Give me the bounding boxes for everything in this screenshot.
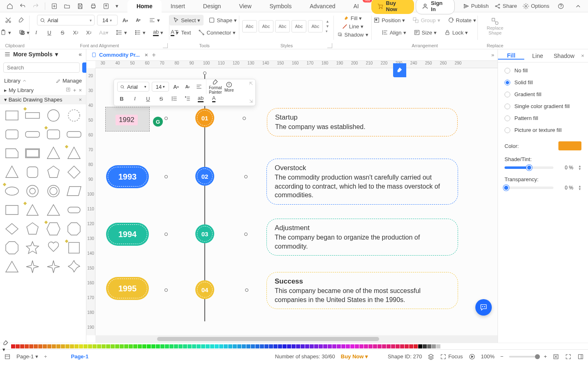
color-swatch-item[interactable] xyxy=(165,344,169,348)
style-expand[interactable]: ▾ xyxy=(326,29,329,33)
doc-tab-close-icon[interactable]: × xyxy=(145,52,148,58)
manage-button[interactable]: Manage xyxy=(56,78,82,84)
color-swatch-item[interactable] xyxy=(391,344,395,348)
style-card-5[interactable]: Abc xyxy=(308,20,323,32)
expand-right-icon[interactable]: » xyxy=(491,52,494,58)
color-strip[interactable]: ▾ xyxy=(0,343,588,349)
shape-item[interactable] xyxy=(44,182,63,200)
color-swatch-item[interactable] xyxy=(106,344,110,348)
new-doc-tab-icon[interactable]: + xyxy=(152,51,156,59)
mini-format-painter[interactable]: Format Painter xyxy=(209,79,222,95)
line-spacing-icon[interactable]: ▾ xyxy=(113,27,130,38)
mini-bold-icon[interactable]: B xyxy=(117,94,126,103)
layers-icon[interactable] xyxy=(428,353,434,360)
undo-icon[interactable] xyxy=(17,1,29,11)
node-04[interactable]: 04 xyxy=(195,280,214,299)
color-swatch-item[interactable] xyxy=(273,344,278,348)
color-swatch-item[interactable] xyxy=(52,344,56,348)
tab-home[interactable]: Home xyxy=(127,0,162,12)
color-swatch-item[interactable] xyxy=(11,344,15,348)
color-swatch-item[interactable] xyxy=(233,344,237,348)
shrink-font-icon[interactable]: A▾ xyxy=(133,15,144,25)
year-1995[interactable]: 1995 xyxy=(106,277,149,300)
symbol-search-input[interactable] xyxy=(3,62,80,73)
size-button[interactable]: Size▾ xyxy=(411,27,439,38)
color-swatch-item[interactable] xyxy=(242,344,246,348)
mini-align-icon[interactable] xyxy=(194,82,204,91)
fullscreen-icon[interactable] xyxy=(565,353,572,360)
color-swatch-item[interactable] xyxy=(251,344,255,348)
shape-item[interactable] xyxy=(65,201,83,219)
underline-icon[interactable]: U xyxy=(44,27,55,38)
add-page-icon[interactable]: + xyxy=(44,353,47,360)
trans-dec[interactable]: ▼ xyxy=(578,188,581,191)
color-swatch-item[interactable] xyxy=(359,344,363,348)
shape-item[interactable] xyxy=(2,164,21,181)
shape-item[interactable] xyxy=(65,258,83,275)
color-swatch-item[interactable] xyxy=(269,344,273,348)
page-layout-icon[interactable] xyxy=(4,353,11,360)
paste-button[interactable]: ▾ xyxy=(0,27,14,38)
color-swatch-item[interactable] xyxy=(215,344,219,348)
tab-ai[interactable]: AIhot xyxy=(344,0,368,12)
color-swatch-item[interactable] xyxy=(282,344,287,348)
zoom-value[interactable]: 100% xyxy=(481,353,495,360)
rp-close-icon[interactable]: × xyxy=(577,53,588,59)
open-icon[interactable] xyxy=(62,1,73,11)
node-01[interactable]: 01 xyxy=(195,108,214,127)
doc-tab[interactable]: Commodity Pr...× xyxy=(91,52,148,58)
color-swatch-item[interactable] xyxy=(201,344,205,348)
shape-item[interactable] xyxy=(44,145,63,162)
color-swatch-item[interactable] xyxy=(355,344,359,348)
balloon-4[interactable]: SuccessThis company became one of the mo… xyxy=(266,271,459,310)
fill-opt-solid[interactable]: Solid fill xyxy=(505,79,581,85)
shape-item[interactable] xyxy=(44,201,63,219)
rp-tab-line[interactable]: Line xyxy=(524,53,551,59)
balloon-3[interactable]: AdjustmentThe company began to organize … xyxy=(266,218,459,256)
mini-fontcolor-icon[interactable]: A xyxy=(209,94,218,103)
color-swatch-item[interactable] xyxy=(93,344,97,348)
shape-item[interactable] xyxy=(23,182,42,200)
mini-underline-icon[interactable]: U xyxy=(144,94,153,103)
shadow-button[interactable]: Shadow▾ xyxy=(335,31,371,39)
year-1992-text[interactable]: 1992 xyxy=(116,115,138,125)
color-swatch-item[interactable] xyxy=(332,344,336,348)
zoom-slider[interactable] xyxy=(509,356,538,357)
color-swatch-item[interactable] xyxy=(427,344,431,348)
color-swatch-item[interactable] xyxy=(418,344,422,348)
style-card-4[interactable]: Abc xyxy=(292,20,306,32)
buy-now-button[interactable]: Buy Now xyxy=(371,0,414,14)
publish-button[interactable]: Publish xyxy=(463,3,489,9)
tab-design[interactable]: Design xyxy=(194,0,230,12)
color-swatch-item[interactable] xyxy=(364,344,368,348)
color-swatch-item[interactable] xyxy=(74,344,79,348)
font-family-select[interactable]: Arial▾ xyxy=(37,15,95,25)
color-swatch-item[interactable] xyxy=(224,344,228,348)
color-swatch-item[interactable] xyxy=(405,344,409,348)
mini-size-select[interactable]: 14▾ xyxy=(152,82,169,92)
shape-item[interactable] xyxy=(65,164,83,181)
drawing-canvas[interactable]: 1992 G 1993 1994 1995 01 02 03 04 St xyxy=(95,68,498,335)
shape-item[interactable] xyxy=(2,145,21,162)
color-swatch-item[interactable] xyxy=(432,344,436,348)
fill-panel-toggle-icon[interactable] xyxy=(393,63,406,77)
shape-item[interactable] xyxy=(2,201,21,219)
balloon-2[interactable]: OverstockThe commodity production wasn't… xyxy=(266,158,459,205)
grammarly-badge[interactable]: G xyxy=(153,117,163,127)
mini-highlight-icon[interactable]: ab xyxy=(196,94,205,103)
color-swatch-item[interactable] xyxy=(20,344,24,348)
mini-toolbar[interactable]: Arial▾ 14▾ A▴ A▾ Format Painter More ⇱ B… xyxy=(113,79,256,106)
text-case-icon[interactable]: Aa▾ xyxy=(97,27,111,38)
color-swatch-item[interactable] xyxy=(197,344,201,348)
color-swatch-item[interactable] xyxy=(124,344,128,348)
color-swatch-item[interactable] xyxy=(368,344,373,348)
fill-opt-single-gradient[interactable]: Single color gradient fill xyxy=(505,103,581,109)
color-swatch-item[interactable] xyxy=(278,344,282,348)
shape-item[interactable] xyxy=(65,126,83,143)
more-qat-icon[interactable]: ▾ xyxy=(113,1,120,11)
bullets-icon[interactable]: ▾ xyxy=(132,27,148,38)
highlight-icon[interactable]: ab▾ xyxy=(150,27,166,38)
presentation-icon[interactable] xyxy=(469,353,475,360)
color-swatch-item[interactable] xyxy=(341,344,345,348)
rotate-button[interactable]: Rotate▾ xyxy=(445,15,479,25)
